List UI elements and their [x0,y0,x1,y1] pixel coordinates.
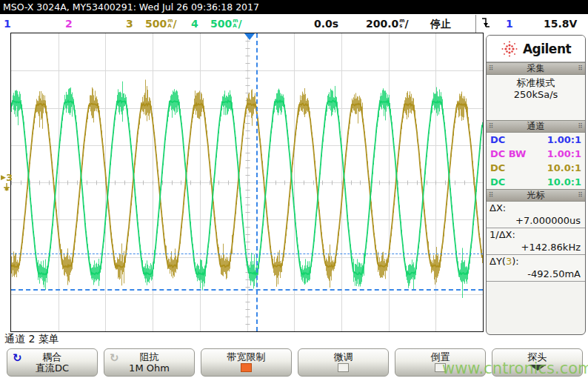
grip-icon: ⠿ [578,123,583,130]
statusbar: 1 2 3 500mA/ 4 500mA/ 0.0s 200.0ms/ 停止 1… [0,14,588,33]
channel-2-coupling: DC BW [490,148,526,159]
checkbox-unchecked-icon [338,363,349,372]
titlebar: MSO-X 3024A, MY53400291: Wed Jul 26 09:3… [0,0,588,14]
grip-icon: ⠿ [578,65,583,72]
channel-info-list: DC 1.00:1 DC BW 1.00:1 DC 10.0:1 DC 10.0… [487,133,585,189]
channel-4-probe: 10.0:1 [547,176,581,188]
inv-delta-x-label: 1/ΔX: [487,228,585,241]
statusbar-divider [475,15,476,33]
trigger-source[interactable]: 1 [506,16,513,32]
softkey-bandwidth-limit[interactable]: 带宽限制 [201,348,292,377]
channel-1-button[interactable]: 1 [4,16,11,32]
channel-1-info-row: DC 1.00:1 [487,133,585,147]
channels-section-header[interactable]: ⠿ 通道 ⠿ [487,120,585,133]
channel-3-scale[interactable]: 500mA/ [145,16,177,32]
softkey-coupling-value: 直流DC [36,363,69,374]
channel-2-probe: 1.00:1 [547,148,581,159]
grip-icon: ⠿ [489,65,494,72]
grip-icon: ⠿ [489,192,494,199]
channel-4-unit: mA [233,19,238,28]
channel-4-coupling: DC [490,176,505,188]
agilent-starburst-icon [501,40,518,58]
acquire-mode: 标准模式 [487,77,585,89]
delta-x-value: +7.000000us [487,214,585,228]
channel-3-unit: mA [167,19,173,28]
timebase-unit: ms [399,19,404,28]
falling-edge-trigger-icon [481,17,490,33]
sidebar: Agilent ⠿ 采集 ⠿ 标准模式 250kSa/s ⠿ 通道 ⠿ DC 1… [486,35,586,335]
waveform-display: ▶3 [10,33,484,332]
channel-3-probe: 10.0:1 [547,162,581,173]
softkey-fine-adjust-label: 微调 [334,351,353,362]
acquire-info: 标准模式 250kSa/s [487,75,585,120]
channel-2-info-row: DC BW 1.00:1 [487,147,585,161]
channel-1-coupling: DC [490,134,505,145]
device-title: MSO-X 3024A, MY53400291: Wed Jul 26 09:3… [3,1,259,13]
waveform-canvas [11,33,483,331]
channel-3-coupling: DC [490,162,505,173]
softkey-impedance-label: 阻抗 [140,351,159,362]
timebase-value: 200.0 [366,18,398,30]
brand-logo: Agilent [487,36,585,62]
time-offset[interactable]: 0.0s [314,16,338,32]
trigger-position-marker[interactable] [244,33,255,40]
channel-3-scale-value: 500 [145,18,167,30]
grip-icon: ⠿ [489,123,494,130]
channel-3-info-row: DC 10.0:1 [487,161,585,175]
channel-1-probe: 1.00:1 [547,134,581,145]
delta-y-label: ΔY(3): [487,255,585,268]
sample-rate: 250kSa/s [487,89,585,101]
channel-3-button[interactable]: 3 [126,16,133,32]
softkey-impedance-value: 1M Ohm [129,363,170,374]
softkey-impedance[interactable]: ↻ 阻抗 1M Ohm [104,348,195,377]
channel-4-scale-value: 500 [210,18,232,30]
oscilloscope-screen: MSO-X 3024A, MY53400291: Wed Jul 26 09:3… [0,0,588,381]
brand-name: Agilent [523,42,571,56]
checkbox-checked-icon [241,363,252,372]
softkey-coupling[interactable]: ↻ 耦合 直流DC [7,348,98,377]
delta-y-channel: 3 [506,256,512,267]
delta-y-value: -492.50mA [487,268,585,282]
ch3-ground-symbol-icon [2,182,11,196]
run-state[interactable]: 停止 [430,16,451,32]
grip-icon: ⠿ [578,192,583,199]
timebase[interactable]: 200.0ms/ [366,16,409,32]
y2-cursor-line[interactable] [11,289,483,291]
watermark: www.cntronics.com [442,360,588,377]
cursor-readouts: ΔX: +7.000000us 1/ΔX: +142.86kHz ΔY(3): … [487,202,585,282]
channel-4-scale[interactable]: 500mA/ [210,16,242,32]
rotary-knob-icon: ↻ [13,351,22,365]
trigger-level[interactable]: 15.8V [544,16,577,32]
delta-x-label: ΔX: [487,202,585,214]
y1-cursor-line[interactable] [11,254,483,254]
channel-4-info-row: DC 10.0:1 [487,175,585,189]
rotary-knob-icon: ↻ [110,351,119,365]
acquire-header-label: 采集 [527,62,545,75]
softkey-coupling-label: 耦合 [43,351,62,362]
channel-2-button[interactable]: 2 [65,16,73,32]
menu-title: 通道 2 菜单 [4,333,59,346]
x-cursor-line[interactable] [256,33,258,331]
cursors-header-label: 光标 [527,189,545,202]
softkey-bandwidth-limit-label: 带宽限制 [227,351,266,362]
channels-header-label: 通道 [527,120,545,133]
acquire-section-header[interactable]: ⠿ 采集 ⠿ [487,62,585,75]
cursors-section-header[interactable]: ⠿ 光标 ⠿ [487,189,585,202]
inv-delta-x-value: +142.86kHz [487,241,585,255]
softkey-fine-adjust[interactable]: 微调 [298,348,389,377]
ch3-ground-arrow-icon: ▶ [1,173,6,181]
channel-4-button[interactable]: 4 [191,16,198,32]
